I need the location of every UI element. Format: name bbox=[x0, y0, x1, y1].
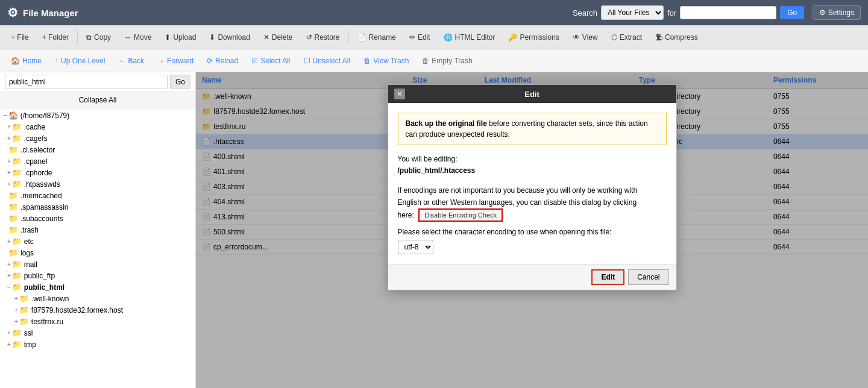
file-area: Name Size Last Modified Type Permissions… bbox=[196, 72, 868, 388]
permissions-icon: 🔑 bbox=[508, 33, 517, 42]
modal-title: Edit bbox=[405, 90, 659, 99]
reload-button[interactable]: ⟳ Reload bbox=[201, 54, 244, 67]
editing-path: /public_html/.htaccess bbox=[398, 165, 667, 177]
folder-icon-cphorde: 📁 bbox=[12, 168, 22, 177]
new-file-button[interactable]: + File bbox=[5, 31, 35, 44]
rename-icon: 📄 bbox=[357, 33, 366, 42]
sidebar-path-input[interactable] bbox=[5, 75, 168, 89]
tree-label-mail: mail bbox=[24, 260, 37, 269]
home-icon: 🏠 bbox=[11, 57, 20, 65]
view-icon: 👁 bbox=[573, 33, 580, 42]
tree-label-public-html: public_html bbox=[24, 283, 64, 292]
warning-bold: Back up the original file bbox=[406, 119, 487, 128]
modal-edit-button[interactable]: Edit bbox=[591, 269, 624, 285]
tree-label-logs: logs bbox=[20, 249, 34, 257]
tree-row-public-html[interactable]: − 📁 public_html bbox=[0, 281, 195, 293]
folder-icon-cagefs: 📁 bbox=[12, 134, 22, 143]
toolbar-separator-2 bbox=[348, 30, 349, 45]
tree-row-cpanel[interactable]: + 📁 .cpanel bbox=[0, 155, 195, 167]
view-button[interactable]: 👁 View bbox=[567, 31, 604, 44]
settings-button[interactable]: ⚙ Settings bbox=[813, 5, 861, 20]
tree-row-tmp[interactable]: + 📁 tmp bbox=[0, 339, 195, 350]
modal-close-button[interactable]: ✕ bbox=[394, 89, 405, 99]
forward-button[interactable]: → Forward bbox=[151, 54, 200, 67]
tree-row-memcached[interactable]: 📁 .memcached bbox=[0, 190, 195, 201]
download-button[interactable]: ⬇ Download bbox=[203, 31, 256, 44]
tree-row-ssl[interactable]: + 📁 ssl bbox=[0, 327, 195, 339]
upload-button[interactable]: ⬆ Upload bbox=[159, 31, 202, 44]
encoding-select[interactable]: utf-8 bbox=[398, 240, 433, 254]
tree-label-testfrnxru: testfrnx.ru bbox=[31, 318, 63, 326]
tree-row-trash[interactable]: 📁 .trash bbox=[0, 224, 195, 236]
tree-row-f87579host[interactable]: + 📁 f87579.hostde32.fornex.host bbox=[0, 304, 195, 316]
restore-button[interactable]: ↺ Restore bbox=[300, 31, 346, 44]
up-one-level-button[interactable]: ↑ Up One Level bbox=[49, 54, 111, 67]
empty-trash-button[interactable]: 🗑 Empty Trash bbox=[416, 54, 478, 67]
expand-icon-tmp: + bbox=[7, 341, 11, 348]
tree-row-logs[interactable]: 📁 logs bbox=[0, 247, 195, 258]
copy-icon: ⧉ bbox=[86, 33, 92, 42]
expand-icon-f87579host: + bbox=[14, 307, 18, 313]
app-title: File Manager bbox=[23, 8, 78, 18]
download-icon: ⬇ bbox=[209, 33, 215, 42]
tree-row-cache[interactable]: + 📁 .cache bbox=[0, 121, 195, 133]
tree-row-well-known[interactable]: + 📁 .well-known bbox=[0, 293, 195, 304]
tree-row-cagefs[interactable]: + 📁 .cagefs bbox=[0, 133, 195, 144]
folder-icon-spamassassin: 📁 bbox=[8, 202, 18, 211]
select-all-button[interactable]: ☑ Select All bbox=[245, 54, 296, 67]
compress-icon: 🗜 bbox=[655, 33, 662, 42]
for-label: for bbox=[667, 8, 676, 17]
compress-button[interactable]: 🗜 Compress bbox=[649, 31, 704, 44]
nav-bar: 🏠 Home ↑ Up One Level ← Back → Forward ⟳… bbox=[0, 49, 868, 72]
encoding-msg-line3: here: bbox=[398, 211, 414, 219]
expand-icon: − bbox=[4, 112, 7, 119]
folder-icon-logs: 📁 bbox=[8, 248, 18, 257]
folder-icon-tmp: 📁 bbox=[12, 340, 22, 349]
tree-row-root[interactable]: − 🏠 (/home/f87579) bbox=[0, 110, 195, 121]
extract-button[interactable]: ⬡ Extract bbox=[605, 31, 648, 44]
home-button[interactable]: 🏠 Home bbox=[5, 54, 48, 67]
copy-button[interactable]: ⧉ Copy bbox=[80, 31, 117, 44]
collapse-all-button[interactable]: Collapse All bbox=[0, 92, 195, 108]
upload-icon: ⬆ bbox=[165, 33, 171, 42]
sidebar: Go Collapse All − 🏠 (/home/f87579) + 📁 .… bbox=[0, 72, 196, 388]
disable-encoding-check-button[interactable]: Disable Encoding Check bbox=[418, 208, 503, 222]
restore-icon: ↺ bbox=[306, 33, 312, 42]
tree-label-cpanel: .cpanel bbox=[24, 157, 48, 166]
rename-button[interactable]: 📄 Rename bbox=[351, 31, 402, 44]
logo-icon: ⚙ bbox=[7, 5, 18, 20]
tree-row-testfrnxru[interactable]: + 📁 testfrnx.ru bbox=[0, 316, 195, 327]
search-input[interactable] bbox=[680, 6, 776, 19]
permissions-button[interactable]: 🔑 Permissions bbox=[502, 31, 565, 44]
tree-row-htpasswds[interactable]: + 📁 .htpasswds bbox=[0, 178, 195, 190]
search-label: Search bbox=[573, 8, 597, 17]
move-button[interactable]: ↔ Move bbox=[118, 31, 157, 44]
tree-label-etc: etc bbox=[24, 237, 34, 246]
reload-icon: ⟳ bbox=[207, 57, 213, 65]
folder-icon-subaccounts: 📁 bbox=[8, 214, 18, 223]
html-editor-button[interactable]: 🌐 HTML Editor bbox=[438, 31, 502, 44]
search-go-button[interactable]: Go bbox=[780, 6, 804, 19]
tree-row-mail[interactable]: + 📁 mail bbox=[0, 258, 195, 270]
tree-row-public-ftp[interactable]: + 📁 public_ftp bbox=[0, 270, 195, 281]
folder-icon-mail: 📁 bbox=[12, 260, 22, 269]
tree-row-cphorde[interactable]: + 📁 .cphorde bbox=[0, 167, 195, 178]
tree-label-memcached: .memcached bbox=[20, 192, 62, 200]
tree-row-subaccounts[interactable]: 📁 .subaccounts bbox=[0, 213, 195, 224]
back-button[interactable]: ← Back bbox=[112, 54, 150, 67]
tree-row-spamassassin[interactable]: 📁 .spamassassin bbox=[0, 201, 195, 213]
tree-label-tmp: tmp bbox=[24, 340, 36, 349]
tree-row-etc[interactable]: + 📁 etc bbox=[0, 236, 195, 247]
modal-body: Back up the original file before convert… bbox=[388, 103, 676, 264]
unselect-all-button[interactable]: ☐ Unselect All bbox=[298, 54, 357, 67]
modal-cancel-button[interactable]: Cancel bbox=[628, 269, 668, 285]
sidebar-go-button[interactable]: Go bbox=[170, 75, 190, 89]
view-trash-button[interactable]: 🗑 View Trash bbox=[357, 54, 415, 67]
new-folder-button[interactable]: + Folder bbox=[36, 31, 75, 44]
tree-row-clselector[interactable]: 📁 .cl.selector bbox=[0, 144, 195, 155]
tree-label-ssl: ssl bbox=[24, 329, 33, 337]
delete-button[interactable]: ✕ Delete bbox=[257, 31, 299, 44]
search-scope-select[interactable]: All Your Files bbox=[601, 5, 664, 20]
edit-button[interactable]: ✏ Edit bbox=[403, 31, 436, 44]
edit-modal: ✕ Edit Back up the original file before … bbox=[388, 84, 677, 290]
